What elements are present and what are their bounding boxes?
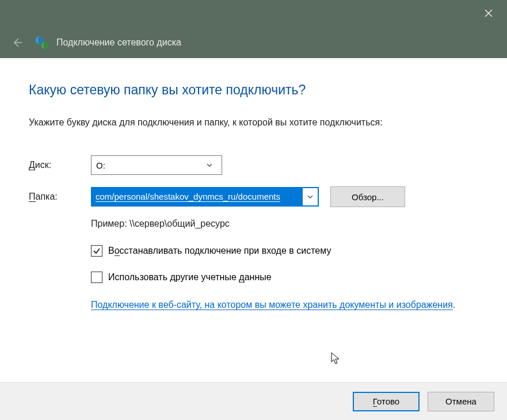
title-bar: [0, 0, 507, 26]
drive-row: Диск: O:: [29, 155, 478, 175]
folder-row: Папка: com/personal/shestakov_dynmcs_ru/…: [29, 186, 478, 207]
content-area: Какую сетевую папку вы хотите подключить…: [0, 58, 507, 382]
chevron-down-icon: [202, 163, 217, 167]
close-icon[interactable]: [481, 5, 497, 21]
browse-button[interactable]: Обзор...: [330, 186, 405, 207]
drive-value: O:: [96, 161, 202, 170]
reconnect-checkbox[interactable]: [91, 245, 102, 257]
website-link-row: Подключение к веб-сайту, на котором вы м…: [91, 298, 478, 312]
credentials-label: Использовать другие учетные данные: [108, 272, 272, 282]
finish-button[interactable]: Готово: [353, 392, 420, 411]
credentials-checkbox-row[interactable]: Использовать другие учетные данные: [91, 272, 478, 283]
intro-text: Укажите букву диска для подключения и па…: [29, 117, 478, 128]
chevron-down-icon: [303, 195, 318, 198]
drive-label: Диск:: [29, 160, 91, 170]
folder-label: Папка:: [29, 192, 91, 202]
footer: Готово Отмена: [0, 382, 507, 420]
back-arrow-icon[interactable]: [10, 36, 24, 49]
website-link[interactable]: Подключение к веб-сайту, на котором вы м…: [91, 300, 453, 310]
reconnect-checkbox-row[interactable]: Восстанавливать подключение при входе в …: [91, 245, 478, 257]
wizard-title: Подключение сетевого диска: [56, 37, 181, 48]
drive-select[interactable]: O:: [91, 155, 222, 175]
folder-value: com/personal/shestakov_dynmcs_ru/documen…: [92, 188, 303, 205]
credentials-checkbox[interactable]: [91, 272, 102, 283]
cancel-button[interactable]: Отмена: [428, 392, 494, 411]
network-drive-icon: [35, 35, 49, 50]
example-text: Пример: \\сервер\общий_ресурс: [91, 219, 478, 229]
folder-combobox[interactable]: com/personal/shestakov_dynmcs_ru/documen…: [91, 187, 319, 207]
page-heading: Какую сетевую папку вы хотите подключить…: [29, 82, 478, 98]
wizard-header: Подключение сетевого диска: [0, 26, 507, 58]
reconnect-label: Восстанавливать подключение при входе в …: [108, 246, 331, 256]
